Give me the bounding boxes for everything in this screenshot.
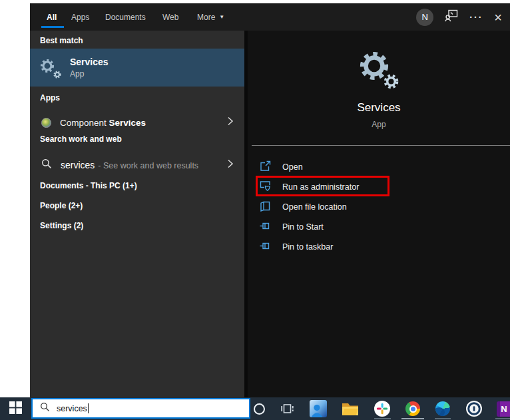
pin-to-taskbar-action[interactable]: Pin to taskbar: [248, 237, 510, 257]
taskbar: services: [0, 397, 510, 420]
text-cursor: [88, 403, 89, 413]
run-as-administrator-action[interactable]: Run as administrator: [248, 177, 510, 197]
taskbar-slack-icon[interactable]: [374, 400, 391, 417]
tab-more[interactable]: More ▼: [197, 3, 224, 31]
component-services-icon: [41, 118, 51, 128]
best-match-header: Best match: [40, 36, 83, 45]
slack-icon: [374, 401, 390, 417]
taskbar-people-app-icon[interactable]: [310, 400, 327, 417]
open-action-label: Open: [282, 162, 303, 172]
detail-subtitle: App: [248, 120, 510, 129]
people-section-header[interactable]: People (2+): [40, 201, 83, 210]
best-match-subtitle: App: [70, 69, 109, 79]
windows-logo-icon: [9, 401, 22, 417]
run-as-administrator-label: Run as administrator: [282, 182, 359, 192]
detail-divider: [252, 145, 510, 146]
close-icon[interactable]: ×: [494, 11, 502, 24]
file-explorer-icon: [342, 401, 359, 417]
tab-documents[interactable]: Documents: [105, 3, 146, 31]
open-file-location-action[interactable]: Open file location: [248, 197, 510, 217]
tab-all-label: All: [47, 13, 57, 22]
task-view-icon: [281, 403, 294, 415]
run-as-admin-icon: [260, 180, 271, 194]
taskbar-task-view-icon[interactable]: [278, 400, 296, 417]
pin-to-taskbar-label: Pin to taskbar: [282, 242, 333, 252]
avatar-letter: N: [422, 12, 428, 22]
windows-search-flyout-screen: All Apps Documents Web More ▼ N: [0, 0, 510, 420]
taskbar-edge-icon[interactable]: [434, 400, 451, 417]
services-hero: [248, 51, 510, 89]
result-component-services[interactable]: Component Services: [30, 112, 244, 133]
chrome-icon: [405, 401, 420, 416]
search-query-text: services: [57, 404, 87, 413]
running-indicator-chrome: [401, 418, 424, 419]
open-file-location-label: Open file location: [282, 202, 347, 212]
detail-title: Services: [248, 101, 510, 114]
tab-documents-label: Documents: [105, 13, 146, 22]
result-web-search-services[interactable]: services- See work and web results: [30, 154, 244, 176]
open-action[interactable]: Open: [248, 157, 510, 177]
tab-web-label: Web: [162, 13, 178, 22]
edge-icon: [435, 401, 450, 416]
open-icon: [260, 160, 271, 174]
best-match-title: Services: [70, 57, 109, 67]
apps-section-header: Apps: [40, 93, 60, 103]
component-services-label-normal: Component: [60, 118, 107, 128]
file-location-icon: [260, 200, 271, 214]
people-app-icon: [310, 400, 327, 417]
tab-apps-label: Apps: [71, 13, 89, 22]
topbar-right-controls: N ··· ×: [416, 3, 502, 31]
taskbar-onenote-icon[interactable]: N: [495, 400, 510, 417]
search-icon: [40, 402, 50, 415]
search-icon: [41, 158, 52, 172]
tab-more-label: More: [197, 13, 215, 22]
feedback-icon[interactable]: [445, 9, 458, 25]
search-results-panel: Best match Services App Apps Component S…: [30, 31, 244, 397]
taskbar-cortana-icon[interactable]: [250, 400, 268, 417]
taskbar-search-input[interactable]: services: [31, 398, 250, 419]
web-search-suffix: - See work and web results: [98, 161, 198, 170]
pin-icon: [260, 220, 271, 234]
tab-web[interactable]: Web: [162, 3, 178, 31]
result-detail-panel: Services App Open Run as administrator: [248, 31, 510, 397]
chevron-right-icon[interactable]: [227, 116, 234, 129]
taskbar-chrome-icon[interactable]: [404, 400, 421, 417]
component-services-label-bold: Services: [109, 118, 146, 128]
services-gears-icon: [40, 58, 60, 78]
documents-section-header[interactable]: Documents - This PC (1+): [40, 181, 137, 190]
search-web-section-header: Search work and web: [40, 134, 122, 144]
cortana-icon: [254, 403, 265, 415]
running-indicator-onenote: [495, 418, 510, 419]
best-match-result-services[interactable]: Services App: [30, 49, 244, 87]
web-search-term: services: [61, 160, 95, 170]
onenote-icon: N: [497, 401, 510, 417]
services-gears-icon-large: [358, 51, 400, 89]
pin-to-start-action[interactable]: Pin to Start: [248, 217, 510, 237]
search-tab-bar: All Apps Documents Web More ▼ N: [30, 3, 510, 31]
onenote-letter: N: [501, 404, 507, 414]
chevron-right-icon[interactable]: [227, 159, 234, 172]
taskbar-file-explorer-icon[interactable]: [342, 400, 359, 417]
more-options-icon[interactable]: ···: [469, 12, 483, 23]
chevron-down-icon: ▼: [219, 14, 224, 20]
taskbar-1password-icon[interactable]: [465, 400, 483, 417]
running-indicator-edge: [435, 418, 451, 419]
running-indicator-slack: [374, 418, 391, 419]
settings-section-header[interactable]: Settings (2): [40, 221, 83, 230]
pin-to-start-label: Pin to Start: [282, 222, 324, 232]
user-avatar[interactable]: N: [416, 9, 433, 26]
pin-icon: [260, 240, 271, 254]
active-tab-underline: [41, 26, 64, 28]
start-button[interactable]: [0, 397, 31, 420]
1password-icon: [466, 401, 482, 417]
tab-apps[interactable]: Apps: [71, 3, 89, 31]
